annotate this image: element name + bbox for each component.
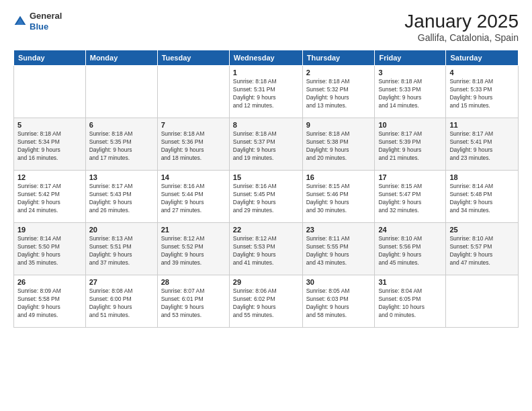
day-info: Sunrise: 8:18 AM Sunset: 5:34 PM Dayligh… [17,130,82,163]
day-number: 4 [449,68,515,77]
calendar-header-row: SundayMondayTuesdayWednesdayThursdayFrid… [14,50,519,66]
day-number: 30 [306,278,371,286]
day-info: Sunrise: 8:18 AM Sunset: 5:31 PM Dayligh… [233,78,299,110]
calendar-cell: 26Sunrise: 8:09 AM Sunset: 5:58 PM Dayli… [14,275,86,328]
calendar-cell: 7Sunrise: 8:18 AM Sunset: 5:36 PM Daylig… [157,118,229,171]
calendar-cell: 30Sunrise: 8:05 AM Sunset: 6:03 PM Dayli… [302,275,375,328]
calendar-cell: 13Sunrise: 8:17 AM Sunset: 5:43 PM Dayli… [85,171,157,223]
day-info: Sunrise: 8:07 AM Sunset: 6:01 PM Dayligh… [161,287,226,320]
day-number: 1 [233,68,299,77]
calendar-cell: 10Sunrise: 8:17 AM Sunset: 5:39 PM Dayli… [375,118,446,171]
calendar-cell: 23Sunrise: 8:11 AM Sunset: 5:55 PM Dayli… [302,223,375,275]
day-info: Sunrise: 8:10 AM Sunset: 5:56 PM Dayligh… [378,235,442,267]
day-info: Sunrise: 8:13 AM Sunset: 5:51 PM Dayligh… [89,235,154,267]
calendar-cell: 18Sunrise: 8:14 AM Sunset: 5:48 PM Dayli… [446,171,519,223]
calendar-cell: 20Sunrise: 8:13 AM Sunset: 5:51 PM Dayli… [85,223,157,275]
calendar-cell: 29Sunrise: 8:06 AM Sunset: 6:02 PM Dayli… [229,275,302,328]
day-of-week-header: Thursday [302,50,375,66]
calendar-cell [14,66,86,118]
day-info: Sunrise: 8:18 AM Sunset: 5:32 PM Dayligh… [306,78,371,110]
calendar-cell: 21Sunrise: 8:12 AM Sunset: 5:52 PM Dayli… [157,223,229,275]
day-number: 6 [89,121,154,129]
day-info: Sunrise: 8:17 AM Sunset: 5:42 PM Dayligh… [17,183,82,215]
day-number: 28 [161,278,226,286]
day-number: 23 [306,226,371,234]
day-info: Sunrise: 8:18 AM Sunset: 5:35 PM Dayligh… [89,130,154,163]
calendar-cell: 14Sunrise: 8:16 AM Sunset: 5:44 PM Dayli… [157,171,229,223]
day-number: 3 [378,68,442,77]
day-info: Sunrise: 8:09 AM Sunset: 5:58 PM Dayligh… [17,287,82,320]
day-number: 2 [306,68,371,77]
day-info: Sunrise: 8:04 AM Sunset: 6:05 PM Dayligh… [378,287,442,320]
day-number: 22 [233,226,299,234]
day-number: 11 [449,121,515,129]
day-number: 10 [378,121,442,129]
calendar-cell: 6Sunrise: 8:18 AM Sunset: 5:35 PM Daylig… [85,118,157,171]
day-info: Sunrise: 8:18 AM Sunset: 5:38 PM Dayligh… [306,130,371,163]
day-number: 29 [233,278,299,286]
day-number: 15 [233,173,299,181]
calendar-cell: 28Sunrise: 8:07 AM Sunset: 6:01 PM Dayli… [157,275,229,328]
calendar-cell: 5Sunrise: 8:18 AM Sunset: 5:34 PM Daylig… [14,118,86,171]
day-info: Sunrise: 8:17 AM Sunset: 5:43 PM Dayligh… [89,183,154,215]
day-number: 26 [17,278,82,286]
day-info: Sunrise: 8:12 AM Sunset: 5:52 PM Dayligh… [161,235,226,267]
location: Gallifa, Catalonia, Spain [404,32,519,43]
calendar-cell: 8Sunrise: 8:18 AM Sunset: 5:37 PM Daylig… [229,118,302,171]
day-number: 18 [449,173,515,181]
day-of-week-header: Tuesday [157,50,229,66]
calendar-cell: 12Sunrise: 8:17 AM Sunset: 5:42 PM Dayli… [14,171,86,223]
day-info: Sunrise: 8:18 AM Sunset: 5:36 PM Dayligh… [161,130,226,163]
day-of-week-header: Monday [85,50,157,66]
day-info: Sunrise: 8:08 AM Sunset: 6:00 PM Dayligh… [89,287,154,320]
calendar-cell: 19Sunrise: 8:14 AM Sunset: 5:50 PM Dayli… [14,223,86,275]
title-block: January 2025 Gallifa, Catalonia, Spain [404,11,519,43]
day-number: 24 [378,226,442,234]
calendar-cell: 25Sunrise: 8:10 AM Sunset: 5:57 PM Dayli… [446,223,519,275]
day-info: Sunrise: 8:15 AM Sunset: 5:47 PM Dayligh… [378,183,442,215]
day-number: 9 [306,121,371,129]
calendar-cell: 17Sunrise: 8:15 AM Sunset: 5:47 PM Dayli… [375,171,446,223]
calendar-cell: 11Sunrise: 8:17 AM Sunset: 5:41 PM Dayli… [446,118,519,171]
calendar-cell: 22Sunrise: 8:12 AM Sunset: 5:53 PM Dayli… [229,223,302,275]
calendar-cell: 24Sunrise: 8:10 AM Sunset: 5:56 PM Dayli… [375,223,446,275]
day-info: Sunrise: 8:18 AM Sunset: 5:33 PM Dayligh… [449,78,515,110]
calendar-week-row: 1Sunrise: 8:18 AM Sunset: 5:31 PM Daylig… [14,66,519,118]
day-info: Sunrise: 8:17 AM Sunset: 5:39 PM Dayligh… [378,130,442,163]
day-number: 8 [233,121,299,129]
calendar-cell: 27Sunrise: 8:08 AM Sunset: 6:00 PM Dayli… [85,275,157,328]
calendar-cell: 4Sunrise: 8:18 AM Sunset: 5:33 PM Daylig… [446,66,519,118]
day-number: 16 [306,173,371,181]
day-info: Sunrise: 8:16 AM Sunset: 5:45 PM Dayligh… [233,183,299,215]
day-info: Sunrise: 8:11 AM Sunset: 5:55 PM Dayligh… [306,235,371,267]
page: General Blue January 2025 Gallifa, Catal… [0,0,532,411]
logo-icon [13,15,27,28]
day-of-week-header: Wednesday [229,50,302,66]
day-info: Sunrise: 8:14 AM Sunset: 5:50 PM Dayligh… [17,235,82,267]
day-number: 21 [161,226,226,234]
day-info: Sunrise: 8:18 AM Sunset: 5:37 PM Dayligh… [233,130,299,163]
day-info: Sunrise: 8:16 AM Sunset: 5:44 PM Dayligh… [161,183,226,215]
calendar-cell: 16Sunrise: 8:15 AM Sunset: 5:46 PM Dayli… [302,171,375,223]
day-info: Sunrise: 8:10 AM Sunset: 5:57 PM Dayligh… [449,235,515,267]
logo-text: General Blue [30,11,62,32]
day-of-week-header: Saturday [446,50,519,66]
calendar-week-row: 19Sunrise: 8:14 AM Sunset: 5:50 PM Dayli… [14,223,519,275]
day-info: Sunrise: 8:17 AM Sunset: 5:41 PM Dayligh… [449,130,515,163]
calendar-cell: 1Sunrise: 8:18 AM Sunset: 5:31 PM Daylig… [229,66,302,118]
calendar-cell: 15Sunrise: 8:16 AM Sunset: 5:45 PM Dayli… [229,171,302,223]
calendar-cell: 2Sunrise: 8:18 AM Sunset: 5:32 PM Daylig… [302,66,375,118]
logo: General Blue [13,11,62,32]
day-number: 13 [89,173,154,181]
day-number: 25 [449,226,515,234]
day-info: Sunrise: 8:06 AM Sunset: 6:02 PM Dayligh… [233,287,299,320]
calendar-cell [446,275,519,328]
day-info: Sunrise: 8:12 AM Sunset: 5:53 PM Dayligh… [233,235,299,267]
day-info: Sunrise: 8:05 AM Sunset: 6:03 PM Dayligh… [306,287,371,320]
calendar-cell: 3Sunrise: 8:18 AM Sunset: 5:33 PM Daylig… [375,66,446,118]
calendar-cell [85,66,157,118]
month-title: January 2025 [404,11,519,32]
day-number: 31 [378,278,442,286]
day-of-week-header: Friday [375,50,446,66]
calendar-week-row: 12Sunrise: 8:17 AM Sunset: 5:42 PM Dayli… [14,171,519,223]
